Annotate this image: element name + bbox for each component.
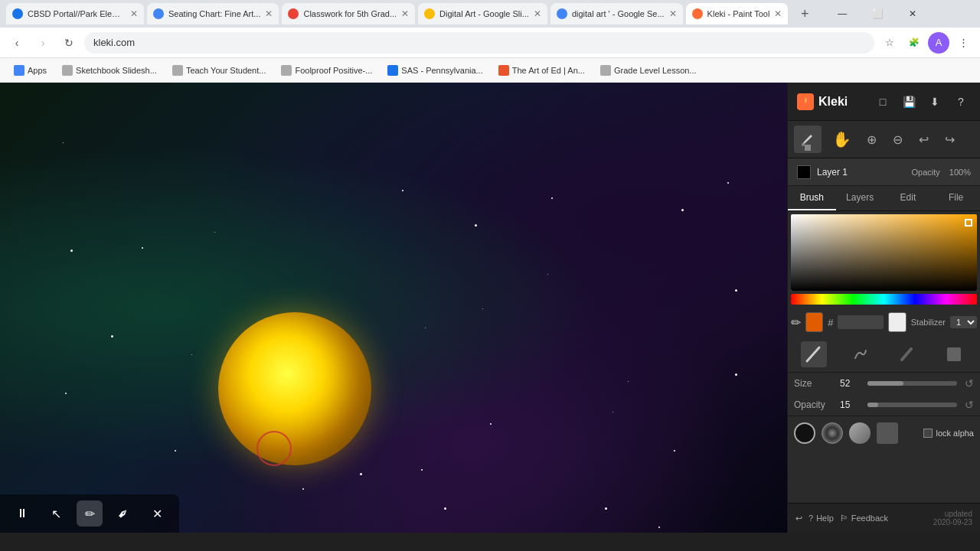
tab-close-3[interactable]: ✕: [401, 8, 409, 19]
new-canvas-button[interactable]: □: [873, 92, 893, 112]
extensions-icon[interactable]: 🧩: [903, 32, 925, 54]
hand-tool-button[interactable]: ✋: [828, 126, 855, 153]
brush-type-calligraphy[interactable]: [801, 341, 827, 367]
size-label: Size: [794, 378, 834, 389]
bookmark-sketchbook[interactable]: Sketchbook Slidesh...: [56, 64, 163, 77]
tab-classwork[interactable]: Classwork for 5th Grad... ✕: [282, 3, 415, 24]
tab-google-search[interactable]: digital art ' - Google Se... ✕: [550, 3, 683, 24]
maximize-button[interactable]: ⬜: [860, 0, 895, 28]
panel-header: Kleki □ 💾 ⬇ ?: [788, 83, 980, 121]
star-15: [191, 354, 192, 355]
bookmark-gradelevel[interactable]: Grade Level Lesson...: [594, 64, 703, 77]
tab-digital-art[interactable]: Digital Art - Google Sli... ✕: [418, 3, 547, 24]
stabilizer-select[interactable]: 12345: [950, 316, 977, 328]
bookmark-sas[interactable]: SAS - Pennsylvania...: [381, 64, 488, 77]
pause-button[interactable]: ⏸: [9, 500, 35, 527]
pencil-icon: ✏: [85, 507, 95, 521]
address-bar[interactable]: kleki.com: [84, 32, 874, 54]
brush-color-icon[interactable]: ✏: [791, 315, 801, 330]
cursor-tool-button[interactable]: ↖: [43, 500, 69, 527]
tab-favicon-1: [12, 8, 23, 19]
tab-brush[interactable]: Brush: [788, 186, 836, 210]
back-button[interactable]: ‹: [6, 32, 28, 54]
tab-seating[interactable]: Seating Chart: Fine Art... ✕: [147, 3, 279, 24]
preset-circle-soft[interactable]: [849, 422, 871, 444]
size-row: Size 52 ↺: [788, 373, 980, 394]
brush-type-watercolor[interactable]: [848, 341, 874, 367]
tab-close-4[interactable]: ✕: [534, 8, 541, 19]
preset-circle-solid[interactable]: [794, 422, 815, 444]
layer-opacity-value: 100%: [949, 168, 971, 177]
secondary-color-swatch[interactable]: [888, 312, 906, 332]
size-slider-fill: [867, 381, 903, 386]
svg-rect-2: [947, 347, 961, 361]
star-20: [444, 507, 446, 510]
brush-dropdown-indicator: [805, 145, 811, 151]
panel-bottom: ↩ ? Help 🏳 Feedback updated 2020-09-23: [788, 503, 980, 533]
zoom-in-button[interactable]: ⊕: [861, 129, 881, 149]
bookmark-apps[interactable]: Apps: [8, 64, 53, 77]
tab-layers[interactable]: Layers: [836, 186, 884, 210]
opacity-reset-button[interactable]: ↺: [965, 399, 974, 411]
lock-alpha-checkbox[interactable]: [923, 429, 933, 438]
tab-edit[interactable]: Edit: [884, 186, 933, 210]
bookmark-sas-label: SAS - Pennsylvania...: [401, 66, 482, 75]
tab-close-1[interactable]: ✕: [130, 8, 138, 19]
forward-button[interactable]: ›: [32, 32, 54, 54]
brush-tool-button[interactable]: [794, 126, 822, 153]
space-background: [0, 83, 787, 533]
hex-hash-symbol: #: [828, 317, 833, 328]
opacity-slider[interactable]: [867, 403, 957, 407]
hue-slider[interactable]: [791, 294, 977, 305]
bookmark-teach-label: Teach Your Student...: [186, 66, 266, 75]
preset-circle-square[interactable]: [877, 422, 898, 444]
current-color-swatch[interactable]: [805, 312, 823, 332]
hex-color-input[interactable]: [838, 315, 884, 329]
reload-button[interactable]: ↻: [58, 32, 80, 54]
bookmark-star-icon[interactable]: ☆: [879, 32, 900, 54]
tab-close-6[interactable]: ✕: [774, 8, 782, 19]
color-gradient-field[interactable]: [791, 214, 977, 291]
brush-type-marker[interactable]: [894, 341, 920, 367]
size-slider[interactable]: [867, 381, 957, 386]
redo-button[interactable]: ↪: [939, 129, 959, 149]
minimize-button[interactable]: —: [825, 0, 860, 28]
feedback-button[interactable]: 🏳 Feedback: [840, 514, 888, 523]
brush-type-fill[interactable]: [941, 341, 967, 367]
star-32: [735, 373, 737, 376]
tab-close-2[interactable]: ✕: [265, 8, 273, 19]
tab-cbsd[interactable]: CBSD Portal//Park Elem... ✕: [6, 3, 144, 24]
save-local-button[interactable]: 💾: [899, 92, 919, 112]
new-tab-button[interactable]: +: [794, 3, 815, 24]
close-toolbar-button[interactable]: ✕: [144, 500, 170, 527]
pencil-tool-button[interactable]: ✏: [77, 500, 103, 527]
bookmark-gradelevel-label: Grade Level Lesson...: [614, 66, 697, 75]
eraser-tool-button[interactable]: ✒: [110, 500, 136, 527]
tab-file[interactable]: File: [932, 186, 980, 210]
bookmark-foolproof[interactable]: Foolproof Positive-...: [275, 64, 378, 77]
tab-close-5[interactable]: ✕: [669, 8, 677, 19]
star-10: [727, 182, 729, 184]
close-window-button[interactable]: ✕: [895, 0, 930, 28]
size-reset-button[interactable]: ↺: [965, 377, 974, 390]
help-panel-button[interactable]: ?: [951, 92, 971, 112]
zoom-out-button[interactable]: ⊖: [887, 129, 907, 149]
profile-icon[interactable]: A: [928, 32, 949, 54]
download-button[interactable]: ⬇: [925, 92, 945, 112]
planet: [218, 312, 371, 465]
tab-kleki[interactable]: Kleki - Paint Tool ✕: [686, 3, 789, 24]
help-button[interactable]: ? Help: [808, 514, 834, 523]
color-picker[interactable]: [788, 211, 980, 308]
bookmark-teach[interactable]: Teach Your Student...: [166, 64, 273, 77]
bookmark-artofed[interactable]: The Art of Ed | An...: [492, 64, 591, 77]
canvas-area[interactable]: ⏸ ↖ ✏ ✒ ✕: [0, 83, 787, 533]
layer-color-swatch: [797, 165, 811, 179]
bookmark-sas-icon: [387, 65, 398, 76]
more-menu-button[interactable]: ⋮: [952, 32, 974, 54]
undo-bottom-button[interactable]: ↩: [795, 514, 802, 523]
undo-button[interactable]: ↩: [913, 129, 933, 149]
bookmark-gradelevel-icon: [600, 65, 611, 76]
preset-circle-texture[interactable]: [822, 422, 843, 444]
tab-title-3: Classwork for 5th Grad...: [303, 9, 397, 18]
tab-layers-label: Layers: [846, 192, 874, 203]
